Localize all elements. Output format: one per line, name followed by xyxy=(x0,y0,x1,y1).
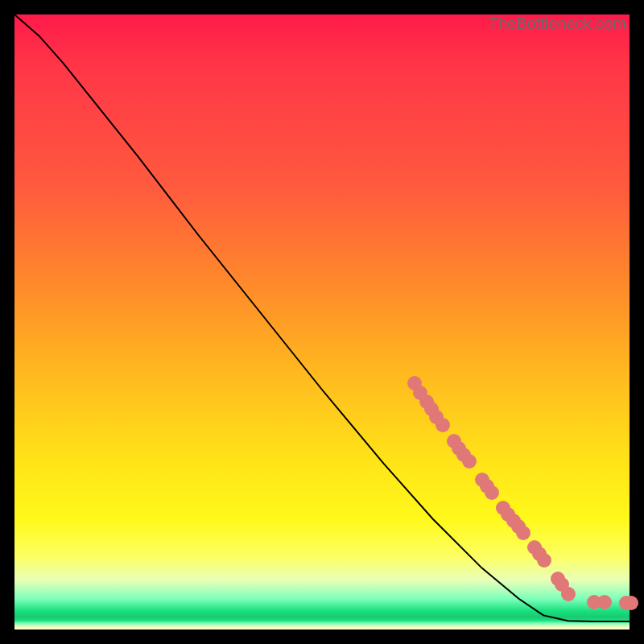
data-marker xyxy=(597,595,612,609)
data-marker xyxy=(537,553,551,568)
data-marker xyxy=(436,418,450,432)
watermark-text: TheBottleneck.com xyxy=(489,14,626,33)
chart-stage: TheBottleneck.com xyxy=(0,0,644,644)
data-marker xyxy=(516,526,530,540)
data-marker xyxy=(561,587,576,601)
data-marker xyxy=(462,454,477,469)
data-marker xyxy=(485,485,499,500)
data-marker xyxy=(624,596,638,610)
plot-area: TheBottleneck.com xyxy=(14,14,630,630)
scatter-markers xyxy=(14,14,630,630)
